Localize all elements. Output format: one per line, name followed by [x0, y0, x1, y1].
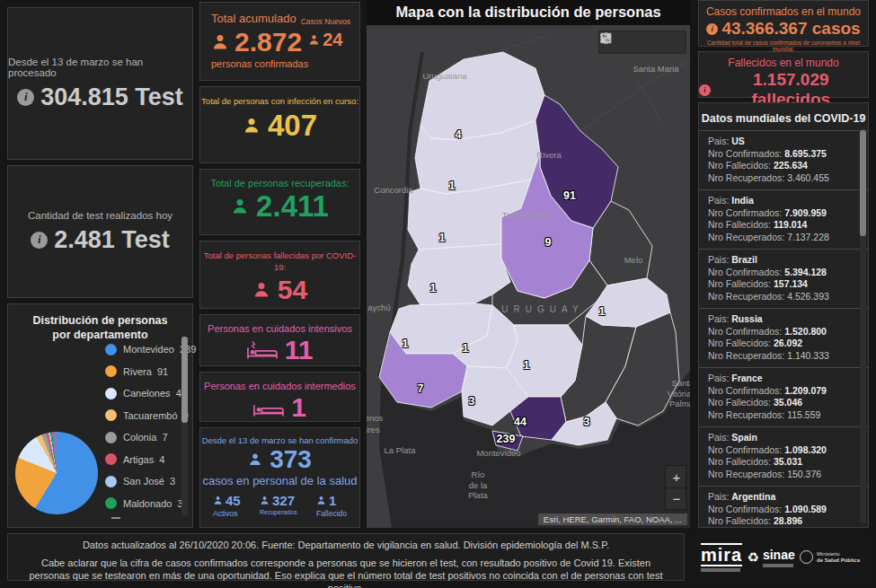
- intermediate-title: Personas en cuidados intermedios: [200, 373, 359, 392]
- tests-today-label: Cantidad de test realizados hoy: [28, 210, 173, 221]
- tests-today-card: Cantidad de test realizados hoy i 2.481 …: [7, 165, 193, 298]
- country-deaths-line: Nro Fallecidos: 35.031: [708, 456, 859, 469]
- country-deaths-line: Nro Fallecidos: 225.634: [708, 160, 859, 172]
- person-icon: [211, 33, 229, 51]
- accumulated-card: Total acumulado 2.872 personas confirmad…: [199, 2, 360, 81]
- new-cases-block: Casos Nuevos 24: [301, 17, 350, 50]
- legend-item[interactable]: Canelones 44: [105, 382, 182, 405]
- health-staff-title: Desde el 13 de marzo se han confirmado: [200, 428, 359, 445]
- tests-today-value-row: i 2.481 Test: [31, 226, 170, 254]
- layers-icon[interactable]: [642, 31, 664, 53]
- country-confirmed-line: Nro Confirmados: 1.098.320: [708, 444, 859, 457]
- staff-recovered-value: 327: [272, 493, 295, 508]
- world-confirmed-title: Casos confirmados en el mundo: [699, 1, 868, 18]
- person-icon: [316, 496, 326, 505]
- legend-color-dot: [105, 388, 117, 399]
- deceased-value: 54: [278, 275, 307, 305]
- legend-scrollbar-thumb[interactable]: [181, 337, 188, 423]
- map-panel: Mapa con la distribución de personas: [367, 0, 690, 528]
- covid-dashboard: Desde el 13 de marzo se han procesado i …: [0, 0, 876, 588]
- staff-active-label: Activos: [213, 509, 241, 518]
- person-icon: [260, 496, 270, 505]
- zoom-out-button[interactable]: −: [666, 487, 687, 509]
- health-staff-breakdown: 45 Activos 327 Recuperados 1 Fallecido: [200, 493, 359, 518]
- recovered-value: 2.411: [256, 189, 329, 224]
- health-staff-card: Desde el 13 de marzo se han confirmado 3…: [199, 427, 360, 528]
- staff-active: 45 Activos: [213, 493, 241, 518]
- country-confirmed-line: Nro Confirmados: 7.909.959: [708, 207, 859, 220]
- legend-label: Colonia 7: [123, 432, 168, 443]
- department-pie-chart[interactable]: [15, 432, 98, 514]
- deceased-card: Total de personas fallecidas por COVID-1…: [199, 241, 360, 309]
- icu-bed-icon: [247, 339, 278, 361]
- person-icon: [308, 34, 320, 46]
- country-recovered-line: Nro Recuperados: 1.140.333: [708, 350, 859, 363]
- staff-recovered-label: Recuperados: [260, 509, 297, 515]
- country-entry: Pais: USNro Confirmados: 8.695.375Nro Fa…: [699, 130, 868, 189]
- world-confirmed-caption: Cantidad total de casos confirmados de c…: [699, 39, 868, 52]
- legend-color-dot: [105, 344, 117, 355]
- legend-label: Rivera 91: [123, 366, 168, 377]
- country-recovered-line: Nro Recuperados: 7.137.228: [708, 232, 859, 244]
- country-entry: Pais: IndiaNro Confirmados: 7.909.959Nro…: [699, 189, 868, 249]
- health-staff-value: 373: [270, 445, 312, 474]
- legend-color-dot: [105, 453, 117, 465]
- footer-note: Datos actualizados al 26/10/2020 20:06. …: [7, 533, 685, 581]
- tests-processed-label: Desde el 13 de marzo se han procesado: [8, 57, 192, 78]
- legend-item[interactable]: Artigas 4: [105, 449, 182, 471]
- info-icon: i: [31, 232, 48, 249]
- country-confirmed-line: Nro Confirmados: 1.090.589: [708, 504, 859, 516]
- staff-recovered: 327 Recuperados: [260, 493, 297, 518]
- bed-icon: [253, 397, 284, 418]
- country-deaths-line: Nro Fallecidos: 26.092: [708, 338, 859, 350]
- legend-color-dot: [105, 365, 117, 377]
- country-name-line: Pais: India: [708, 195, 859, 207]
- legend-list-icon[interactable]: [621, 31, 642, 53]
- country-confirmed-line: Nro Confirmados: 8.695.375: [708, 148, 859, 161]
- icu-card: Personas en cuidados intensivos 11: [199, 314, 360, 366]
- intermediate-value: 1: [291, 392, 306, 423]
- mira-logo: mira: [701, 543, 742, 572]
- legend-color-dot: [105, 432, 117, 443]
- legend-scrollbar-track[interactable]: [181, 337, 188, 516]
- intermediate-card: Personas en cuidados intermedios 1: [199, 372, 360, 422]
- legend-label: Artigas 4: [123, 454, 164, 465]
- health-staff-subtitle: casos en personal de la salud: [200, 474, 359, 487]
- map-title: Mapa con la distribución de personas: [367, 0, 690, 25]
- country-deaths-line: Nro Fallecidos: 119.014: [708, 219, 859, 232]
- legend-label: San José 3: [123, 476, 175, 487]
- legend-item[interactable]: San José 3: [105, 470, 182, 493]
- legend-label: Maldonado 3: [123, 498, 183, 509]
- map-zoom-control: + −: [665, 465, 686, 510]
- accumulated-subtitle: personas confirmadas: [200, 58, 359, 69]
- person-icon: [231, 197, 249, 215]
- country-entry: Pais: FranceNro Confirmados: 1.209.079Nr…: [699, 367, 868, 426]
- basemap-grid-icon[interactable]: [664, 31, 686, 53]
- country-confirmed-line: Nro Confirmados: 5.394.128: [708, 267, 859, 279]
- legend-item[interactable]: Colonia 7: [105, 426, 182, 449]
- legend-item[interactable]: Rivera 91: [105, 361, 182, 383]
- sinae-arrows-icon: ♻: [747, 549, 758, 566]
- deceased-title: Total de personas fallecidas por COVID-1…: [200, 241, 359, 273]
- zoom-in-button[interactable]: +: [666, 466, 687, 487]
- tests-today-value: 2.481 Test: [54, 226, 170, 254]
- legend-item[interactable]: Maldonado 3: [105, 493, 182, 515]
- country-scrollbar-track[interactable]: [860, 128, 866, 523]
- country-list[interactable]: Pais: USNro Confirmados: 8.695.375Nro Fa…: [699, 130, 868, 528]
- country-deaths-line: Nro Fallecidos: 157.134: [708, 278, 859, 291]
- legend-item[interactable]: Tacuarembó 9: [105, 405, 182, 427]
- person-icon: [252, 281, 270, 299]
- map-toolbar: [598, 31, 686, 54]
- map-canvas[interactable]: 4191911111173443239 UruguaianaSanta Mari…: [367, 25, 690, 528]
- country-scrollbar-thumb[interactable]: [860, 130, 866, 236]
- world-deaths-title: Fallecidos en el mundo: [699, 52, 868, 69]
- uruguay-choropleth: [367, 25, 690, 528]
- legend-color-dot: [105, 497, 117, 509]
- pie-chart-card: Distribución de personas por departament…: [7, 303, 193, 528]
- legend-item[interactable]: Montevideo 239: [105, 338, 182, 361]
- info-icon: i: [699, 84, 711, 96]
- pie-legend: Montevideo 239Rivera 91Canelones 44Tacua…: [105, 338, 182, 514]
- country-recovered-line: Nro Recuperados: 115.559: [708, 409, 859, 422]
- country-name-line: Pais: US: [708, 136, 859, 148]
- legend-color-dot: [105, 476, 117, 487]
